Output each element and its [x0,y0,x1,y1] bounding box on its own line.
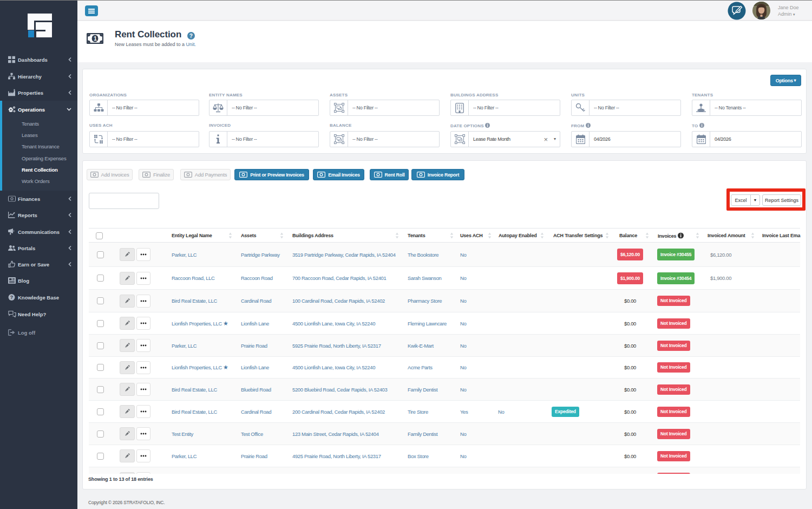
svg-text:?: ? [189,33,193,39]
svg-text:1: 1 [94,35,97,42]
svg-text:?: ? [10,295,14,300]
